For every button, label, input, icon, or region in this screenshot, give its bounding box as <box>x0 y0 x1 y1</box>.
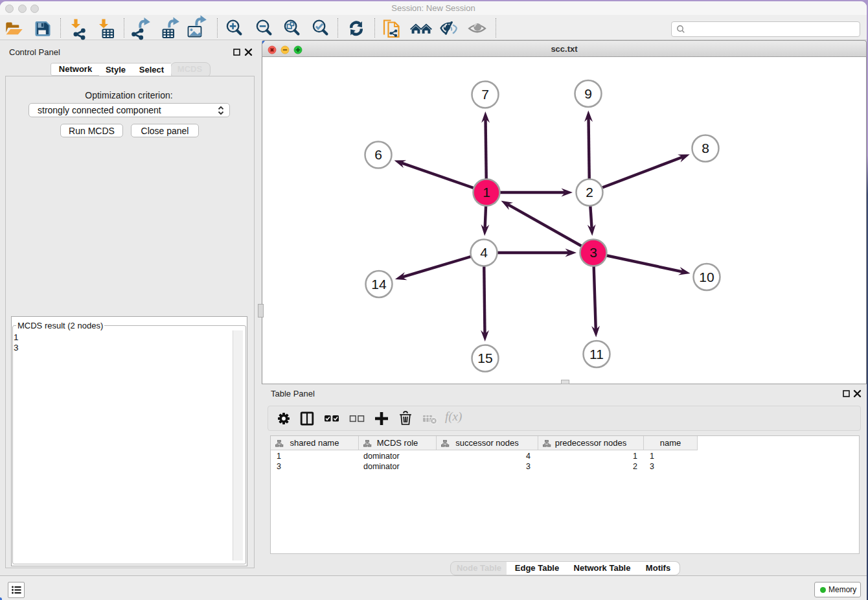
svg-text:15: 15 <box>477 351 492 365</box>
svg-text:11: 11 <box>589 347 604 362</box>
svg-text:9: 9 <box>584 86 592 101</box>
svg-text:1: 1 <box>483 185 490 200</box>
svg-text:10: 10 <box>699 270 714 284</box>
svg-text:14: 14 <box>371 277 387 292</box>
svg-text:7: 7 <box>481 87 489 102</box>
svg-text:4: 4 <box>480 245 488 260</box>
svg-text:2: 2 <box>586 185 593 200</box>
svg-text:6: 6 <box>374 147 382 162</box>
svg-text:8: 8 <box>702 141 709 156</box>
svg-text:3: 3 <box>589 245 597 260</box>
